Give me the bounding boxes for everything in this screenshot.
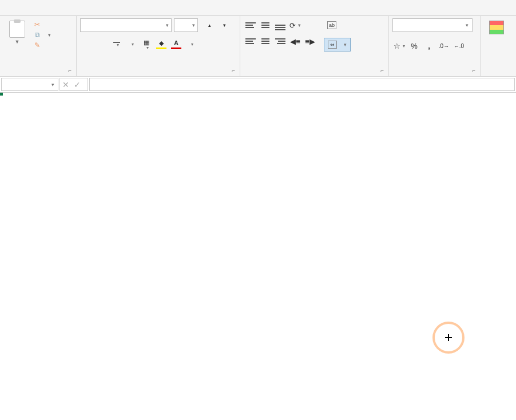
- format-painter-button[interactable]: ✎: [33, 41, 51, 49]
- chevron-down-icon[interactable]: ▾: [166, 22, 169, 28]
- phonetic-button[interactable]: ▾: [184, 38, 198, 51]
- orientation-button[interactable]: ⟳▾: [288, 18, 302, 32]
- decrease-indent-button[interactable]: ◀≡: [288, 34, 302, 48]
- group-clipboard: ▼ ✂ ⧉ ▾ ✎ ⌐: [0, 16, 77, 76]
- clipboard-icon: [9, 21, 25, 38]
- cond-format-icon: [489, 21, 504, 34]
- border-button[interactable]: ▦▾: [140, 38, 153, 51]
- align-middle-button[interactable]: [259, 18, 272, 32]
- cursor-highlight: [432, 322, 465, 354]
- align-right-button[interactable]: [273, 34, 287, 48]
- cancel-icon[interactable]: ✕: [62, 80, 69, 89]
- confirm-icon[interactable]: ✓: [74, 80, 81, 89]
- currency-button[interactable]: ☆▾: [392, 39, 406, 53]
- dialog-launcher-icon[interactable]: ⌐: [68, 68, 72, 74]
- copy-icon: ⧉: [33, 31, 41, 39]
- dialog-launcher-icon[interactable]: ⌐: [380, 68, 384, 74]
- font-name-select[interactable]: ▾: [80, 18, 172, 32]
- formula-bar-buttons: ✕ ✓: [59, 78, 88, 91]
- group-font: ▾ ▾ ▴ ▾ ▾ ▾ ▦▾ ◆ A ▾: [77, 16, 240, 76]
- decrease-decimal-button[interactable]: ←.0: [452, 39, 466, 53]
- cursor-cross-icon: [445, 334, 452, 341]
- number-format-select[interactable]: ▾: [392, 18, 473, 32]
- formula-bar: ▾ ✕ ✓: [0, 77, 516, 93]
- group-number: ▾ ☆▾ % , .0→ ←.0 ⌐: [389, 16, 481, 76]
- bold-button[interactable]: [80, 38, 94, 51]
- scissors-icon: ✂: [33, 21, 41, 29]
- fill-color-button[interactable]: ◆: [154, 38, 168, 51]
- menu-bar: [0, 0, 516, 16]
- spreadsheet-grid[interactable]: [0, 93, 516, 420]
- merge-center-button[interactable]: ⇔ ▾: [324, 38, 351, 51]
- fill-handle[interactable]: [0, 93, 3, 96]
- increase-indent-button[interactable]: ≡▶: [303, 34, 317, 48]
- grid-icon: ▦: [144, 39, 149, 46]
- strikethrough-button[interactable]: ▾: [125, 38, 138, 51]
- bucket-icon: ◆: [159, 40, 164, 46]
- group-align: ⟳▾ ◀≡ ≡▶ ab ⇔ ▾: [240, 16, 389, 76]
- formula-input[interactable]: [89, 78, 515, 91]
- paste-button[interactable]: ▼: [3, 18, 31, 73]
- group-cond-format: [481, 16, 513, 76]
- dialog-launcher-icon[interactable]: ⌐: [472, 68, 475, 74]
- chevron-down-icon[interactable]: ▾: [51, 82, 54, 88]
- chevron-down-icon[interactable]: ▾: [344, 42, 347, 47]
- brush-icon: ✎: [33, 41, 41, 49]
- underline-button[interactable]: ▾: [110, 38, 124, 51]
- chevron-down-icon[interactable]: ▾: [192, 22, 195, 28]
- align-top-button[interactable]: [244, 18, 257, 32]
- cut-button[interactable]: ✂: [33, 21, 51, 29]
- percent-button[interactable]: %: [407, 39, 421, 53]
- wrap-text-button[interactable]: ab: [324, 18, 351, 32]
- increase-decimal-button[interactable]: .0→: [437, 39, 451, 53]
- comma-button[interactable]: ,: [422, 39, 436, 53]
- align-bottom-button[interactable]: [273, 18, 287, 32]
- align-center-button[interactable]: [259, 34, 272, 48]
- font-size-select[interactable]: ▾: [174, 18, 198, 32]
- chevron-down-icon[interactable]: ▾: [48, 32, 51, 38]
- font-color-button[interactable]: A: [169, 38, 183, 51]
- decrease-font-button[interactable]: ▾: [217, 18, 231, 32]
- conditional-format-button[interactable]: [484, 18, 509, 76]
- name-box[interactable]: ▾: [1, 78, 58, 91]
- italic-button[interactable]: [95, 38, 109, 51]
- ribbon: ▼ ✂ ⧉ ▾ ✎ ⌐: [0, 16, 516, 77]
- align-left-button[interactable]: [244, 34, 257, 48]
- increase-font-button[interactable]: ▴: [203, 18, 216, 32]
- chevron-down-icon[interactable]: ▾: [466, 22, 469, 28]
- selection-rect: [0, 93, 2, 95]
- copy-button[interactable]: ⧉ ▾: [33, 31, 51, 39]
- chevron-down-icon[interactable]: ▼: [15, 39, 20, 45]
- dialog-launcher-icon[interactable]: ⌐: [232, 68, 235, 74]
- wrap-icon: ab: [327, 21, 336, 29]
- merge-icon: ⇔: [328, 41, 337, 49]
